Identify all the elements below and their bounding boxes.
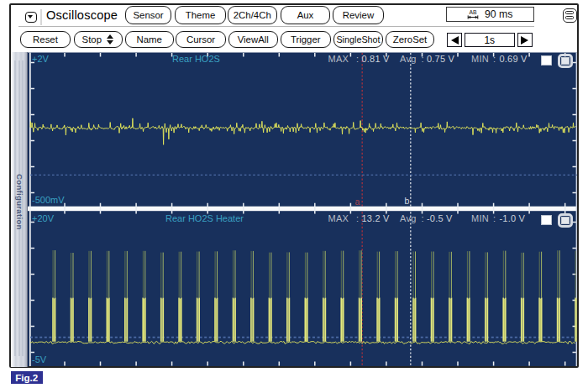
svg-text:a: a bbox=[355, 197, 360, 207]
svg-text:AB: AB bbox=[469, 9, 477, 15]
svg-text:b: b bbox=[405, 196, 410, 206]
